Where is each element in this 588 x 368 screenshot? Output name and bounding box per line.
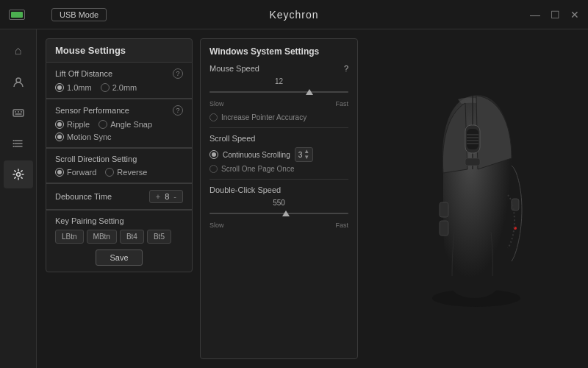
- minimize-button[interactable]: —: [530, 9, 540, 21]
- lift-off-title: Lift Off Distance ?: [55, 68, 183, 79]
- windows-settings-panel: Windows System Settings Mouse Speed ? 12…: [200, 38, 358, 359]
- lift-off-help-icon[interactable]: ?: [173, 68, 183, 79]
- key-bt5[interactable]: Bt5: [147, 230, 171, 244]
- key-mbtn[interactable]: MBtn: [87, 230, 117, 244]
- continuous-scrolling-option: Continuous Scrolling 3 ▲ ▼: [209, 147, 348, 162]
- sidebar-item-settings[interactable]: [4, 160, 33, 188]
- scroll-direction-title: Scroll Direction Setting: [55, 155, 183, 163]
- sidebar-item-keyboard[interactable]: [4, 99, 33, 127]
- svg-rect-16: [467, 129, 478, 149]
- usb-mode-button[interactable]: USB Mode: [51, 8, 107, 21]
- lift-off-block: Lift Off Distance ? 1.0mm 2.0mm: [46, 63, 193, 99]
- titlebar: USB Mode Keychron — ☐ ✕: [0, 0, 588, 29]
- lift-off-options: 1.0mm 2.0mm: [55, 83, 183, 92]
- mouse-speed-section: Mouse Speed ? 12 Slow Fast: [209, 64, 348, 121]
- mouse-speed-thumb[interactable]: [306, 89, 313, 95]
- close-button[interactable]: ✕: [570, 9, 579, 21]
- debounce-title: Debounce Time: [55, 192, 112, 201]
- scroll-reverse[interactable]: Reverse: [105, 168, 147, 177]
- divider-2: [209, 179, 348, 180]
- sensor-options-row1: Ripple Angle Snap: [55, 120, 183, 129]
- double-click-label: Double-Click Speed: [209, 185, 348, 194]
- debounce-value: 8: [165, 192, 169, 201]
- windows-settings-title: Windows System Settings: [209, 46, 348, 57]
- lift-off-2mm-radio[interactable]: [101, 83, 110, 92]
- double-click-value: 550: [209, 199, 348, 207]
- divider-1: [209, 127, 348, 128]
- svg-point-11: [12, 146, 14, 147]
- mouse-speed-track[interactable]: [209, 87, 348, 97]
- battery-fill: [11, 12, 23, 18]
- sensor-block: Sensor Performance ? Ripple Angle Snap: [46, 99, 193, 148]
- debounce-control: + 8 -: [149, 190, 183, 203]
- sensor-motion-sync[interactable]: Motion Sync: [55, 132, 112, 141]
- debounce-minus-button[interactable]: -: [172, 192, 178, 201]
- save-button[interactable]: Save: [96, 250, 142, 266]
- scroll-speed-label: Scroll Speed: [209, 134, 348, 143]
- battery-icon: [9, 10, 25, 20]
- double-click-section: Double-Click Speed 550 Slow Fast: [209, 185, 348, 229]
- maximize-button[interactable]: ☐: [551, 9, 560, 21]
- sidebar-item-list[interactable]: [4, 130, 33, 158]
- lift-off-2mm[interactable]: 2.0mm: [101, 83, 137, 92]
- scroll-one-page-radio[interactable]: [209, 165, 218, 173]
- double-click-thumb[interactable]: [282, 210, 290, 216]
- continuous-scrolling-radio[interactable]: [209, 150, 218, 159]
- scroll-direction-options: Forward Reverse: [55, 168, 183, 177]
- sidebar-item-home[interactable]: ⌂: [4, 37, 33, 65]
- svg-point-9: [12, 140, 14, 141]
- mouse-speed-value: 12: [209, 77, 348, 85]
- mouse-speed-help-icon[interactable]: ?: [344, 64, 348, 73]
- mouse-speed-slider-container: 12 Slow Fast: [209, 77, 348, 107]
- double-click-labels: Slow Fast: [209, 222, 348, 229]
- key-pairing-buttons: LBtn MBtn Bt4 Bt5: [55, 230, 183, 244]
- mouse-settings-title: Mouse Settings: [46, 38, 193, 63]
- mouse-speed-labels: Slow Fast: [209, 100, 348, 107]
- debounce-plus-button[interactable]: +: [154, 192, 162, 201]
- sensor-angle-snap-radio[interactable]: [98, 120, 107, 129]
- app-title: Keychron: [269, 9, 318, 21]
- double-click-slider-container: 550 Slow Fast: [209, 199, 348, 229]
- sensor-angle-snap[interactable]: Angle Snap: [98, 120, 152, 129]
- debounce-row: Debounce Time + 8 -: [55, 190, 183, 203]
- scroll-forward-radio[interactable]: [55, 168, 64, 177]
- sensor-options-row2: Motion Sync: [55, 132, 183, 141]
- pointer-accuracy-radio[interactable]: [209, 113, 218, 121]
- svg-rect-1: [13, 110, 24, 116]
- key-pairing-title: Key Pairing Setting: [55, 216, 183, 225]
- svg-rect-22: [440, 202, 448, 217]
- mouse-image-panel: [365, 38, 579, 359]
- svg-point-12: [16, 173, 20, 177]
- mouse-illustration: [403, 85, 542, 313]
- scroll-one-page-option[interactable]: Scroll One Page Once: [209, 165, 348, 173]
- key-pairing-block: Key Pairing Setting LBtn MBtn Bt4 Bt5 Sa…: [46, 210, 193, 272]
- debounce-block: Debounce Time + 8 -: [46, 183, 193, 210]
- lift-off-1mm-radio[interactable]: [55, 83, 64, 92]
- sensor-title: Sensor Performance ?: [55, 105, 183, 116]
- double-click-track[interactable]: [209, 208, 348, 219]
- scroll-direction-block: Scroll Direction Setting Forward Reverse: [46, 148, 193, 183]
- sensor-ripple-radio[interactable]: [55, 120, 64, 129]
- mouse-speed-label: Mouse Speed ?: [209, 64, 348, 73]
- sensor-motion-sync-radio[interactable]: [55, 132, 64, 141]
- lift-off-1mm[interactable]: 1.0mm: [55, 83, 92, 92]
- content-area: Mouse Settings Lift Off Distance ? 1.0mm…: [37, 29, 588, 368]
- svg-point-10: [12, 143, 14, 144]
- scroll-forward[interactable]: Forward: [55, 168, 96, 177]
- scroll-speed-spinner[interactable]: ▲ ▼: [304, 149, 309, 160]
- scroll-speed-value: 3 ▲ ▼: [295, 147, 313, 162]
- svg-point-0: [16, 78, 21, 82]
- sensor-help-icon[interactable]: ?: [173, 105, 183, 116]
- mouse-speed-line: [209, 91, 348, 93]
- double-click-line: [209, 213, 348, 214]
- mouse-settings-panel: Mouse Settings Lift Off Distance ? 1.0mm…: [46, 38, 193, 359]
- scroll-reverse-radio[interactable]: [105, 168, 114, 177]
- sidebar-item-profile[interactable]: [4, 68, 33, 96]
- scroll-speed-section: Scroll Speed Continuous Scrolling 3 ▲ ▼: [209, 134, 348, 173]
- key-lbtn[interactable]: LBtn: [55, 230, 84, 244]
- sensor-ripple[interactable]: Ripple: [55, 120, 90, 129]
- key-bt4[interactable]: Bt4: [120, 230, 144, 244]
- pointer-accuracy-option[interactable]: Increase Pointer Accuracy: [209, 113, 348, 121]
- window-controls: — ☐ ✕: [530, 9, 579, 21]
- sidebar: ⌂: [0, 29, 37, 368]
